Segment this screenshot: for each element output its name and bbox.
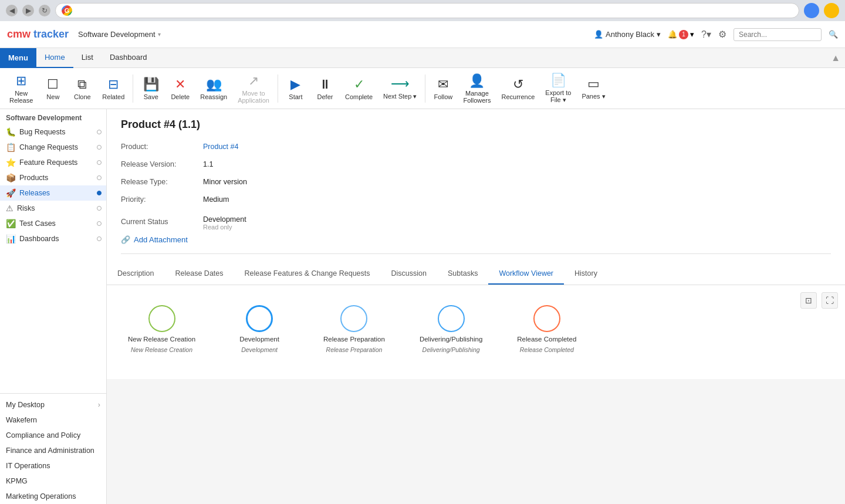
- sidebar-item-label-bug-requests: Bug Requests: [19, 128, 93, 136]
- tab-description[interactable]: Description: [107, 263, 165, 285]
- current-status-value: Development: [203, 215, 831, 224]
- workflow-node-new-release-creation: [148, 305, 175, 332]
- sidebar-footer-kpmg[interactable]: KPMG: [0, 473, 106, 489]
- notifications[interactable]: 🔔 1 ▾: [668, 30, 694, 39]
- notification-badge: 1: [679, 30, 688, 39]
- search-input[interactable]: [734, 28, 822, 41]
- save-button[interactable]: 💾 Save: [137, 75, 165, 103]
- new-button[interactable]: ☐ New: [39, 75, 67, 103]
- move-to-app-button[interactable]: ↗ Move toApplication: [233, 71, 274, 106]
- delete-icon: ✕: [175, 77, 185, 92]
- sidebar-footer-finance-admin[interactable]: Finance and Administration: [0, 443, 106, 458]
- user-name: Anthony Black: [606, 30, 654, 39]
- recurrence-button[interactable]: ↺ Recurrence: [496, 75, 539, 103]
- tab-subtasks[interactable]: Subtasks: [437, 263, 488, 285]
- nav-collapse-icon[interactable]: ▲: [826, 53, 845, 63]
- menu-button[interactable]: Menu: [0, 48, 36, 68]
- sidebar-item-risks[interactable]: ⚠ Risks: [0, 201, 106, 216]
- sidebar-item-dot: [97, 130, 102, 134]
- finance-admin-label: Finance and Administration: [6, 447, 94, 455]
- product-link[interactable]: Product #4: [203, 143, 238, 151]
- release-version-value: 1.1: [203, 158, 831, 171]
- settings-button[interactable]: ⚙: [718, 29, 726, 40]
- toolbar: ⊞ NewRelease ☐ New ⧉ Clone ⊟ Related 💾 S…: [0, 68, 845, 109]
- manage-followers-button[interactable]: 👤 ManageFollowers: [458, 71, 495, 106]
- releases-icon: 🚀: [6, 188, 16, 198]
- sidebar-spacer: [0, 246, 106, 393]
- back-btn[interactable]: ◀: [6, 5, 18, 16]
- defer-icon: ⏸: [319, 77, 332, 92]
- test-cases-icon: ✅: [6, 219, 16, 228]
- sidebar-item-label-feature-requests: Feature Requests: [19, 158, 93, 167]
- search-icon[interactable]: 🔍: [829, 30, 838, 39]
- tab-release-dates[interactable]: Release Dates: [165, 263, 234, 285]
- related-button[interactable]: ⊟ Related: [97, 75, 129, 103]
- follow-button[interactable]: ✉ Follow: [429, 75, 457, 103]
- tab-home[interactable]: Home: [36, 48, 73, 68]
- workflow-step-label-release-completed: Release Completed: [517, 336, 576, 343]
- tab-history[interactable]: History: [564, 263, 608, 285]
- sidebar-item-label-test-cases: Test Cases: [19, 219, 93, 228]
- sidebar-item-releases[interactable]: 🚀 Releases: [0, 185, 106, 201]
- start-button[interactable]: ▶ Start: [282, 75, 310, 103]
- sidebar-item-change-requests[interactable]: 📋 Change Requests: [0, 140, 106, 155]
- workflow-fullscreen-button[interactable]: ⛶: [822, 292, 838, 309]
- current-status-values: Development Read only: [203, 215, 831, 231]
- defer-button[interactable]: ⏸ Defer: [311, 75, 339, 103]
- refresh-btn[interactable]: ↻: [39, 5, 50, 16]
- workflow-node-release-completed: [533, 305, 560, 332]
- dashboards-icon: 📊: [6, 234, 16, 243]
- workflow-node-development: [246, 305, 273, 332]
- user-icon: 👤: [594, 30, 603, 39]
- product-value: Product #4: [203, 140, 831, 153]
- sidebar-footer-marketing-ops[interactable]: Marketing Operations: [0, 489, 106, 504]
- sidebar-item-dashboards[interactable]: 📊 Dashboards: [0, 231, 106, 246]
- workflow-node-row-3: [340, 305, 367, 332]
- clone-button[interactable]: ⧉ Clone: [68, 75, 96, 103]
- tab-discussion[interactable]: Discussion: [381, 263, 437, 285]
- sidebar-item-dot: [97, 206, 102, 211]
- tab-dashboard[interactable]: Dashboard: [102, 48, 156, 68]
- workflow-node-row-5: [533, 305, 560, 332]
- breadcrumb-chevron-icon[interactable]: ▾: [158, 31, 161, 38]
- sidebar-footer-wakefern[interactable]: Wakefern: [0, 412, 106, 428]
- sidebar-footer-my-desktop[interactable]: My Desktop: [0, 397, 106, 412]
- profile-icon-1: [804, 3, 819, 18]
- help-button[interactable]: ?▾: [701, 29, 711, 40]
- workflow-node-row-4: [438, 305, 465, 332]
- forward-btn[interactable]: ▶: [22, 5, 34, 16]
- workflow-fit-button[interactable]: ⊡: [800, 292, 817, 309]
- delete-button[interactable]: ✕ Delete: [166, 75, 194, 103]
- tab-list[interactable]: List: [73, 48, 102, 68]
- compliance-policy-label: Compliance and Policy: [6, 431, 80, 439]
- workflow-step-sublabel-release-preparation: Release Preparation: [326, 346, 383, 353]
- reassign-icon: 👥: [206, 77, 222, 92]
- panes-button[interactable]: ▭ Panes ▾: [577, 74, 610, 103]
- new-release-button[interactable]: ⊞ NewRelease: [5, 71, 38, 106]
- tab-release-features[interactable]: Release Features & Change Requests: [234, 263, 381, 285]
- sidebar-item-feature-requests[interactable]: ⭐ Feature Requests: [0, 155, 106, 170]
- sidebar-item-products[interactable]: 📦 Products: [0, 170, 106, 185]
- start-icon: ▶: [290, 77, 300, 92]
- tab-workflow-viewer[interactable]: Workflow Viewer: [488, 263, 564, 285]
- attachment-icon: 🔗: [121, 235, 130, 244]
- add-attachment-button[interactable]: 🔗 Add Attachment: [121, 235, 831, 244]
- complete-button[interactable]: ✓ Complete: [340, 75, 377, 103]
- workflow-step-label-new-release-creation: New Release Creation: [128, 336, 195, 343]
- export-to-file-button[interactable]: 📄 Export toFile ▾: [540, 70, 576, 106]
- user-info[interactable]: 👤 Anthony Black ▾: [594, 30, 661, 39]
- reassign-button[interactable]: 👥 Reassign: [195, 75, 232, 103]
- sidebar-footer-compliance-policy[interactable]: Compliance and Policy: [0, 428, 106, 443]
- next-step-button[interactable]: ⟶ Next Step ▾: [378, 74, 421, 103]
- sidebar-item-test-cases[interactable]: ✅ Test Cases: [0, 216, 106, 231]
- sidebar-footer-it-operations[interactable]: IT Operations: [0, 458, 106, 473]
- sidebar-item-label-releases: Releases: [19, 189, 93, 197]
- field-grid: Product: Product #4 Release Version: 1.1…: [121, 140, 831, 206]
- address-bar[interactable]: G: [55, 3, 799, 18]
- record-title: Product #4 (1.1): [121, 119, 831, 131]
- kpmg-label: KPMG: [6, 477, 28, 485]
- app-logo: cmw tracker: [7, 28, 69, 40]
- content-area: Product #4 (1.1) Product: Product #4 Rel…: [107, 109, 845, 504]
- clone-icon: ⧉: [77, 77, 87, 92]
- sidebar-item-bug-requests[interactable]: 🐛 Bug Requests: [0, 124, 106, 140]
